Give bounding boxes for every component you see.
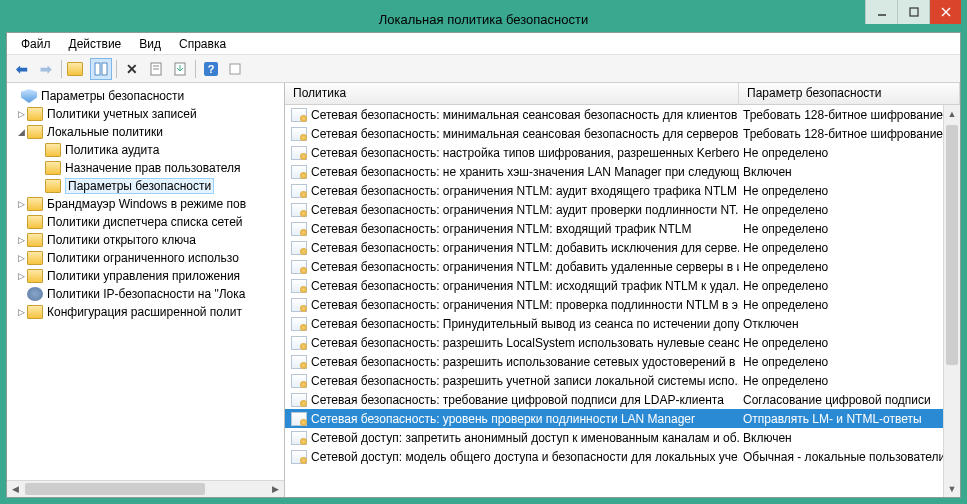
properties-button[interactable] (145, 58, 167, 80)
list-row[interactable]: Сетевой доступ: запретить анонимный дост… (285, 428, 960, 447)
folder-up-icon (67, 62, 83, 76)
forward-button[interactable]: ➡ (35, 58, 57, 80)
scroll-right-icon[interactable]: ▶ (267, 481, 284, 497)
cell-policy: Сетевая безопасность: не хранить хэш-зна… (285, 165, 739, 179)
tree-label: Политики учетных записей (47, 107, 197, 121)
tree-item[interactable]: ▷Конфигурация расширенной полит (7, 303, 284, 321)
delete-button[interactable]: ✕ (121, 58, 143, 80)
menu-file[interactable]: Файл (13, 35, 59, 53)
cell-value: Не определено (739, 222, 960, 236)
tree-label: Политики диспетчера списка сетей (47, 215, 243, 229)
scroll-left-icon[interactable]: ◀ (7, 481, 24, 497)
header-policy[interactable]: Политика (285, 83, 739, 104)
expander-icon[interactable]: ◢ (15, 127, 27, 137)
tree-item-selected[interactable]: Параметры безопасности (7, 177, 284, 195)
tree-label: Политики IP-безопасности на "Лока (47, 287, 245, 301)
policy-icon (291, 355, 307, 369)
minimize-button[interactable] (865, 0, 897, 24)
back-button[interactable]: ⬅ (11, 58, 33, 80)
expander-icon[interactable]: ▷ (15, 109, 27, 119)
list-row[interactable]: Сетевой доступ: модель общего доступа и … (285, 447, 960, 466)
expander-icon[interactable]: ▷ (15, 199, 27, 209)
list-row[interactable]: Сетевая безопасность: настройка типов ши… (285, 143, 960, 162)
cell-value: Обычная - локальные пользователи... (739, 450, 960, 464)
list-row[interactable]: Сетевая безопасность: требование цифрово… (285, 390, 960, 409)
cell-policy: Сетевая безопасность: ограничения NTLM: … (285, 241, 739, 255)
scroll-down-icon[interactable]: ▼ (944, 480, 960, 497)
expander-icon[interactable]: ▷ (15, 253, 27, 263)
list-scrollbar-v[interactable]: ▲ ▼ (943, 105, 960, 497)
scroll-thumb[interactable] (946, 125, 958, 365)
cell-value: Не определено (739, 260, 960, 274)
refresh-icon (228, 62, 242, 76)
policy-text: Сетевая безопасность: настройка типов ши… (311, 146, 739, 160)
cell-policy: Сетевая безопасность: ограничения NTLM: … (285, 184, 739, 198)
tree-item[interactable]: Политики IP-безопасности на "Лока (7, 285, 284, 303)
list-row[interactable]: Сетевая безопасность: ограничения NTLM: … (285, 257, 960, 276)
export-button[interactable] (169, 58, 191, 80)
expander-icon[interactable]: ▷ (15, 235, 27, 245)
tree-root[interactable]: Параметры безопасности (7, 87, 284, 105)
expander-icon[interactable]: ▷ (15, 307, 27, 317)
policy-text: Сетевая безопасность: минимальная сеансо… (311, 127, 739, 141)
tree-label: Политика аудита (65, 143, 159, 157)
policy-icon (291, 203, 307, 217)
tree-item[interactable]: Назначение прав пользователя (7, 159, 284, 177)
policy-text: Сетевая безопасность: требование цифрово… (311, 393, 724, 407)
tree-item[interactable]: ▷Политики открытого ключа (7, 231, 284, 249)
menu-action[interactable]: Действие (61, 35, 130, 53)
list-row[interactable]: Сетевая безопасность: уровень проверки п… (285, 409, 960, 428)
list-row[interactable]: Сетевая безопасность: ограничения NTLM: … (285, 276, 960, 295)
list-row[interactable]: Сетевая безопасность: ограничения NTLM: … (285, 238, 960, 257)
list-header: Политика Параметр безопасности (285, 83, 960, 105)
folder-icon (45, 143, 61, 157)
menu-help[interactable]: Справка (171, 35, 234, 53)
maximize-button[interactable] (897, 0, 929, 24)
list-row[interactable]: Сетевая безопасность: не хранить хэш-зна… (285, 162, 960, 181)
tree-item[interactable]: ▷Политики ограниченного использо (7, 249, 284, 267)
policy-text: Сетевая безопасность: уровень проверки п… (311, 412, 695, 426)
list-row[interactable]: Сетевая безопасность: минимальная сеансо… (285, 105, 960, 124)
list-row[interactable]: Сетевая безопасность: минимальная сеансо… (285, 124, 960, 143)
up-button[interactable] (66, 58, 88, 80)
cell-value: Отправлять LM- и NTML-ответы (739, 412, 960, 426)
scroll-thumb[interactable] (25, 483, 205, 495)
tree-scrollbar-h[interactable]: ◀▶ (7, 480, 284, 497)
titlebar[interactable]: Локальная политика безопасности (6, 6, 961, 32)
folder-icon (27, 125, 43, 139)
list-row[interactable]: Сетевая безопасность: разрешить использо… (285, 352, 960, 371)
list-rows[interactable]: Сетевая безопасность: минимальная сеансо… (285, 105, 960, 497)
arrow-right-icon: ➡ (40, 61, 52, 77)
expander-icon[interactable]: ▷ (15, 271, 27, 281)
tree-item[interactable]: Политика аудита (7, 141, 284, 159)
cell-policy: Сетевая безопасность: требование цифрово… (285, 393, 739, 407)
list-row[interactable]: Сетевая безопасность: разрешить LocalSys… (285, 333, 960, 352)
list-row[interactable]: Сетевая безопасность: ограничения NTLM: … (285, 200, 960, 219)
tree-item[interactable]: Политики диспетчера списка сетей (7, 213, 284, 231)
list-row[interactable]: Сетевая безопасность: Принудительный выв… (285, 314, 960, 333)
tree-item[interactable]: ◢Локальные политики (7, 123, 284, 141)
policy-icon (291, 165, 307, 179)
separator (195, 60, 196, 78)
help-button[interactable]: ? (200, 58, 222, 80)
cell-policy: Сетевая безопасность: ограничения NTLM: … (285, 203, 739, 217)
tree-pane[interactable]: Параметры безопасности ▷Политики учетных… (7, 83, 285, 497)
list-row[interactable]: Сетевая безопасность: ограничения NTLM: … (285, 295, 960, 314)
refresh-button[interactable] (224, 58, 246, 80)
list-row[interactable]: Сетевая безопасность: разрешить учетной … (285, 371, 960, 390)
tree-item[interactable]: ▷Политики учетных записей (7, 105, 284, 123)
header-value[interactable]: Параметр безопасности (739, 83, 960, 104)
list-row[interactable]: Сетевая безопасность: ограничения NTLM: … (285, 219, 960, 238)
scroll-up-icon[interactable]: ▲ (944, 105, 960, 122)
close-button[interactable] (929, 0, 961, 24)
list-row[interactable]: Сетевая безопасность: ограничения NTLM: … (285, 181, 960, 200)
policy-text: Сетевой доступ: модель общего доступа и … (311, 450, 739, 464)
menu-view[interactable]: Вид (131, 35, 169, 53)
policy-icon (291, 146, 307, 160)
cell-value: Согласование цифровой подписи (739, 393, 960, 407)
window: Локальная политика безопасности Файл Дей… (6, 6, 961, 498)
view-button[interactable] (90, 58, 112, 80)
cell-value: Требовать 128-битное шифрование (739, 127, 960, 141)
tree-item[interactable]: ▷Брандмауэр Windows в режиме пов (7, 195, 284, 213)
tree-item[interactable]: ▷Политики управления приложения (7, 267, 284, 285)
